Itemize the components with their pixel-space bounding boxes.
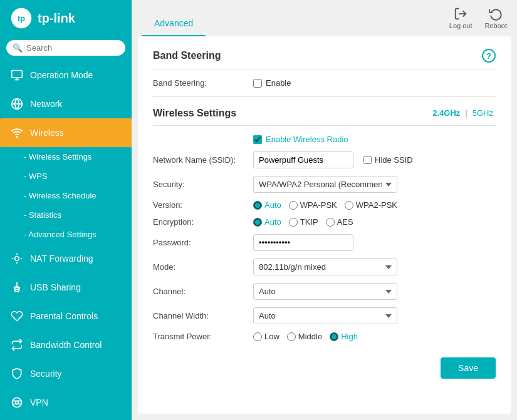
search-input[interactable] <box>26 43 119 53</box>
channel-row: Channel: Auto <box>153 283 496 300</box>
security-select[interactable]: WPA/WPA2 Personal (Recommended) <box>253 176 397 193</box>
version-wpa2psk-label[interactable]: WPA2-PSK <box>345 200 397 210</box>
version-wpapsk-radio[interactable] <box>289 201 298 210</box>
tab-area: Advanced <box>142 0 206 36</box>
encryption-auto-label[interactable]: Auto <box>253 217 281 227</box>
sub-statistics[interactable]: - Statistics <box>0 205 132 225</box>
sub-advanced-settings[interactable]: - Advanced Settings <box>0 225 132 244</box>
transmit-high-label[interactable]: High <box>330 332 358 341</box>
wireless-submenu: - Wireless Settings - WPS - Wireless Sch… <box>0 147 132 244</box>
sidebar-item-usb-sharing[interactable]: USB Sharing <box>0 273 132 302</box>
freq-tabs: 2.4GHz | 5GHz <box>430 107 496 119</box>
band-steering-enable-text: Enable <box>266 78 291 88</box>
encryption-auto-text: Auto <box>264 217 281 227</box>
password-input[interactable] <box>253 234 353 251</box>
sidebar-label-nat-forwarding: NAT Forwarding <box>30 254 93 264</box>
encryption-tkip-label[interactable]: TKIP <box>289 217 318 227</box>
sidebar-item-bandwidth-control[interactable]: Bandwidth Control <box>0 330 132 359</box>
sidebar-label-operation-mode: Operation Mode <box>30 70 93 80</box>
password-label: Password: <box>153 238 253 247</box>
transmit-middle-text: Middle <box>298 332 322 341</box>
sidebar-item-wireless[interactable]: Wireless <box>0 118 132 147</box>
hide-ssid-text: Hide SSID <box>375 155 413 165</box>
sidebar-label-usb-sharing: USB Sharing <box>30 282 81 292</box>
tab-advanced[interactable]: Advanced <box>142 11 206 36</box>
transmit-power-control: Low Middle High <box>253 332 496 341</box>
sidebar-label-security: Security <box>30 369 62 379</box>
channel-width-control: Auto <box>253 307 496 324</box>
version-wpapsk-label[interactable]: WPA-PSK <box>289 200 337 210</box>
save-button[interactable]: Save <box>441 357 496 379</box>
transmit-low-radio[interactable] <box>253 332 262 341</box>
freq-tab-5ghz[interactable]: 5GHz <box>470 107 496 119</box>
channel-width-select[interactable]: Auto <box>253 307 397 324</box>
mode-control: 802.11b/g/n mixed <box>253 259 496 275</box>
encryption-tkip-radio[interactable] <box>289 218 298 227</box>
sub-wireless-schedule[interactable]: - Wireless Schedule <box>0 186 132 205</box>
enable-wireless-text: Enable Wireless Radio <box>266 135 348 144</box>
freq-tab-24ghz[interactable]: 2.4GHz <box>430 107 462 119</box>
sidebar-label-parental-controls: Parental Controls <box>30 311 98 321</box>
sidebar-item-nat-forwarding[interactable]: NAT Forwarding <box>0 244 132 273</box>
transmit-middle-radio[interactable] <box>287 332 296 341</box>
sidebar-item-system-tools[interactable]: System Tools <box>0 417 132 420</box>
help-icon[interactable]: ? <box>482 49 496 63</box>
svg-text:tp: tp <box>18 14 25 23</box>
top-actions: Log out Reboot <box>449 7 507 29</box>
version-wpa2psk-text: WPA2-PSK <box>356 200 397 210</box>
band-steering-title: Band Steering <box>153 50 221 61</box>
search-container: 🔍 <box>6 40 125 56</box>
sub-wireless-settings[interactable]: - Wireless Settings <box>0 147 132 166</box>
svg-rect-9 <box>15 289 19 291</box>
version-auto-radio[interactable] <box>253 201 262 210</box>
channel-label: Channel: <box>153 287 253 296</box>
enable-wireless-checkbox[interactable] <box>253 135 262 144</box>
version-label: Version: <box>153 200 253 210</box>
sidebar-item-network[interactable]: Network <box>0 90 132 118</box>
encryption-aes-label[interactable]: AES <box>326 217 353 227</box>
enable-wireless-label[interactable]: Enable Wireless Radio <box>253 135 348 144</box>
wireless-settings-header: Wireless Settings 2.4GHz | 5GHz <box>153 107 496 126</box>
sidebar: tp tp-link 🔍 Operation Mode Network <box>0 0 132 420</box>
main-content: Advanced Log out Reboot Band Steering ? <box>132 0 517 420</box>
band-steering-header: Band Steering ? <box>153 49 496 69</box>
channel-select[interactable]: Auto <box>253 283 397 300</box>
sidebar-label-wireless: Wireless <box>30 128 64 138</box>
sidebar-item-vpn[interactable]: VPN <box>0 388 132 417</box>
version-wpa2psk-radio[interactable] <box>345 201 353 210</box>
transmit-middle-label[interactable]: Middle <box>287 332 322 341</box>
logout-icon <box>454 7 467 21</box>
version-radio-group: Auto WPA-PSK WPA2-PSK <box>253 200 397 210</box>
sidebar-label-vpn: VPN <box>30 397 48 407</box>
enable-wireless-row: Enable Wireless Radio <box>153 135 496 144</box>
password-row: Password: <box>153 234 496 251</box>
security-row: Security: WPA/WPA2 Personal (Recommended… <box>153 176 496 193</box>
mode-select[interactable]: 802.11b/g/n mixed <box>253 259 397 275</box>
band-steering-checkbox[interactable] <box>253 79 262 88</box>
network-name-control: Hide SSID <box>253 151 496 168</box>
ssid-input[interactable] <box>253 151 353 168</box>
sub-wps[interactable]: - WPS <box>0 166 132 186</box>
hide-ssid-checkbox[interactable] <box>363 156 372 164</box>
sidebar-item-security[interactable]: Security <box>0 359 132 388</box>
hide-ssid-label[interactable]: Hide SSID <box>363 155 413 165</box>
sidebar-item-parental-controls[interactable]: Parental Controls <box>0 302 132 330</box>
bandwidth-icon <box>10 338 24 352</box>
sidebar-label-bandwidth-control: Bandwidth Control <box>30 340 102 350</box>
band-steering-enable-label[interactable]: Enable <box>253 78 291 88</box>
band-steering-row: Band Steering: Enable <box>153 78 496 88</box>
sidebar-item-operation-mode[interactable]: Operation Mode <box>0 61 132 90</box>
version-auto-label[interactable]: Auto <box>253 200 281 210</box>
transmit-power-label: Transmit Power: <box>153 332 253 341</box>
encryption-aes-radio[interactable] <box>326 218 335 227</box>
transmit-power-row: Transmit Power: Low Middle High <box>153 332 496 341</box>
logout-button[interactable]: Log out <box>449 7 473 29</box>
encryption-control: Auto TKIP AES <box>253 217 496 227</box>
encryption-auto-radio[interactable] <box>253 218 262 227</box>
reboot-button[interactable]: Reboot <box>485 7 507 29</box>
transmit-high-radio[interactable] <box>330 332 338 341</box>
encryption-aes-text: AES <box>337 217 353 227</box>
transmit-low-label[interactable]: Low <box>253 332 279 341</box>
reboot-icon <box>489 7 503 21</box>
tplink-logo-icon: tp <box>10 7 33 29</box>
